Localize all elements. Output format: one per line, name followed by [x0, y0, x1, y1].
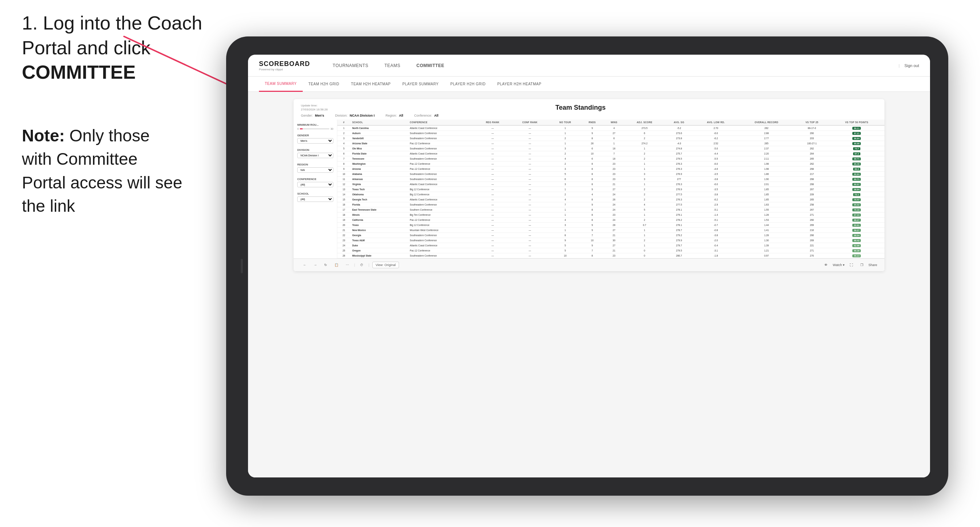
view-original-button[interactable]: View: Original — [372, 262, 399, 268]
cell-vs-top50: 55.13 — [829, 253, 885, 259]
table-row[interactable]: 2 Auburn Southeastern Conference — — 1 9… — [337, 131, 885, 136]
table-row[interactable]: 23 Texas A&M Southeastern Conference — —… — [337, 238, 885, 243]
sign-out[interactable]: | Sign out — [899, 63, 919, 68]
cell-overall: 2.01 — [738, 182, 795, 187]
cell-reg-rank: — — [475, 136, 510, 141]
sub-nav-player-h2h-heatmap[interactable]: PLAYER H2H HEATMAP — [492, 76, 547, 92]
table-row[interactable]: 4 Arizona State Pac-12 Conference — — 1 … — [337, 141, 885, 146]
cell-vs-top25: 265 — [795, 156, 829, 162]
table-row[interactable]: 9 Arizona Pac-12 Conference — — 3 8 23 1… — [337, 167, 885, 171]
sub-nav-team-h2h-grid[interactable]: TEAM H2H GRID — [303, 76, 345, 92]
cell-vs-top50: 70.47 — [829, 197, 885, 202]
sign-out-label[interactable]: Sign out — [905, 63, 919, 68]
cell-rnds: 8 — [581, 171, 603, 177]
col-adj-score: Adj. Score — [625, 119, 665, 125]
table-row[interactable]: 13 Texas Tech Big 12 Conference — — 1 9 … — [337, 187, 885, 192]
division-select[interactable]: NCAA Division I — [297, 153, 333, 158]
table-row[interactable]: 20 Texas Big 12 Conference — — 3 9 28 0.… — [337, 223, 885, 228]
gender-select[interactable]: Men's — [297, 138, 333, 144]
table-row[interactable]: 15 Georgia Tech Atlantic Coast Conferenc… — [337, 197, 885, 202]
school-select[interactable]: (All) — [297, 197, 333, 202]
cell-rnds: 9 — [581, 202, 603, 207]
nav-tournaments[interactable]: TOURNAMENTS — [325, 55, 376, 76]
toolbar-refresh[interactable]: ↻ — [322, 262, 329, 268]
cell-avg-sg: -4.0 — [665, 141, 694, 146]
toolbar-forward[interactable]: → — [312, 262, 319, 268]
cell-avg-sg: 278.7 — [665, 228, 694, 233]
cell-adj-score: 3 — [625, 171, 665, 177]
cell-vs-top50: 85.98 — [829, 141, 885, 146]
cell-avg-sg: 278.1 — [665, 223, 694, 228]
table-row[interactable]: 24 Duke Atlantic Coast Conference — — 5 … — [337, 243, 885, 248]
toolbar-clock[interactable]: ⏱ — [358, 262, 366, 268]
table-row[interactable]: 1 North Carolina Atlantic Coast Conferen… — [337, 125, 885, 131]
cell-overall: 1.63 — [738, 202, 795, 207]
table-row[interactable]: 25 Oregon Pac-12 Conference — — 5 7 21 0… — [337, 248, 885, 253]
toolbar-copy[interactable]: 📋 — [332, 262, 340, 268]
cell-no-tour: 3 — [549, 182, 581, 187]
score-badge: 65.02 — [852, 203, 861, 206]
region-select[interactable]: N/A — [297, 167, 333, 173]
table-row[interactable]: 18 Illinois Big Ten Conference — — 1 8 2… — [337, 213, 885, 217]
nav-teams[interactable]: TEAMS — [376, 55, 409, 76]
table-row[interactable]: 26 Mississippi State Southeastern Confer… — [337, 253, 885, 259]
table-row[interactable]: 11 Arkansas Southeastern Conference — — … — [337, 177, 885, 182]
table-row[interactable]: 21 New Mexico Mountain West Conference —… — [337, 228, 885, 233]
table-row[interactable]: 17 East Tennessee State Southern Confere… — [337, 207, 885, 213]
nav-committee[interactable]: COMMITTEE — [409, 55, 453, 76]
share-button[interactable]: Share — [869, 263, 877, 267]
slider-max: 30 — [331, 127, 333, 130]
table-row[interactable]: 22 Georgia Southeastern Conference — — 8… — [337, 233, 885, 238]
cell-no-tour: 4 — [549, 217, 581, 223]
cell-rank: 9 — [337, 167, 350, 171]
conference-select[interactable]: (All) — [297, 182, 333, 187]
table-row[interactable]: 16 Florida Southeastern Conference — — 7… — [337, 202, 885, 207]
cell-vs-top25: 264 — [795, 151, 829, 156]
cell-avg-low: -6.0 — [694, 131, 738, 136]
cell-no-tour: 8 — [549, 233, 581, 238]
cell-school: Oregon — [350, 248, 408, 253]
cell-reg-rank: — — [475, 187, 510, 192]
sub-nav-player-h2h-grid[interactable]: PLAYER H2H GRID — [445, 76, 492, 92]
toolbar-more[interactable]: ⋯ — [344, 262, 351, 268]
watch-button[interactable]: Watch ▾ — [833, 263, 845, 267]
cell-vs-top50: 68.27 — [829, 217, 885, 223]
table-row[interactable]: 14 Oklahoma Big 12 Conference — — 2 4 24… — [337, 192, 885, 197]
table-row[interactable]: 19 California Pac-12 Conference — — 4 8 … — [337, 217, 885, 223]
logo-sub: Powered by clippd — [259, 68, 310, 71]
cell-vs-top50: 65.49 — [829, 162, 885, 167]
sub-nav-team-h2h-heatmap[interactable]: TEAM H2H HEATMAP — [345, 76, 396, 92]
table-row[interactable]: 8 Washington Pac-12 Conference — — 2 8 2… — [337, 162, 885, 167]
cell-wins: 23 — [603, 253, 624, 259]
cell-vs-top25: 203 — [795, 136, 829, 141]
cell-conference: Atlantic Coast Conference — [408, 243, 475, 248]
score-badge: 58.94 — [852, 188, 861, 191]
mini-slider[interactable] — [300, 128, 329, 129]
cell-rank: 21 — [337, 228, 350, 233]
score-badge: 65.49 — [852, 162, 861, 165]
cell-vs-top25: 268 — [795, 177, 829, 182]
cell-vs-top50: 86.64 — [829, 136, 885, 141]
toolbar-screenshot[interactable]: ⛶ — [848, 262, 855, 268]
table-row[interactable]: 6 Florida State Atlantic Coast Conferenc… — [337, 151, 885, 156]
cell-avg-low: -4.6 — [694, 167, 738, 171]
cell-no-tour: 10 — [549, 253, 581, 259]
cell-no-tour: 3 — [549, 146, 581, 151]
cell-overall: 1.44 — [738, 223, 795, 228]
table-row[interactable]: 5 Ole Miss Southeastern Conference — — 3… — [337, 146, 885, 151]
cell-school: Texas — [350, 223, 408, 228]
sub-nav-team-summary[interactable]: TEAM SUMMARY — [259, 76, 303, 92]
sub-nav-player-summary[interactable]: PLAYER SUMMARY — [396, 76, 444, 92]
cell-reg-rank: — — [475, 228, 510, 233]
toolbar-eye[interactable]: 👁 — [822, 262, 830, 268]
gender-section: Gender Men's — [297, 134, 333, 145]
table-row[interactable]: 7 Tennessee Southeastern Conference — — … — [337, 156, 885, 162]
col-school: School — [350, 119, 408, 125]
toolbar-expand[interactable]: ❐ — [858, 262, 865, 268]
table-row[interactable]: 12 Virginia Atlantic Coast Conference — … — [337, 182, 885, 187]
toolbar-back[interactable]: ← — [301, 262, 309, 268]
table-row[interactable]: 3 Vanderbilt Southeastern Conference — —… — [337, 136, 885, 141]
table-row[interactable]: 10 Alabama Southeastern Conference — — 5… — [337, 171, 885, 177]
cell-no-tour: 1 — [549, 125, 581, 131]
region-filter: Region: All — [385, 114, 403, 117]
